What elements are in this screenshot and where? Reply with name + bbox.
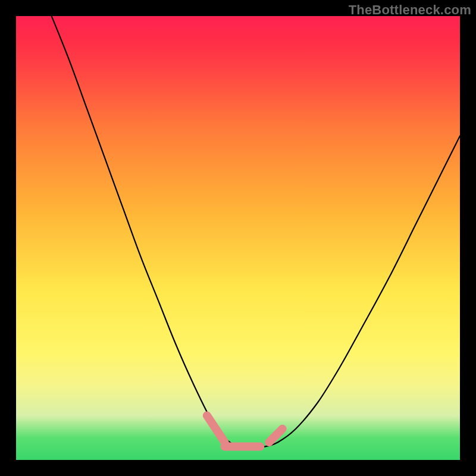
plateau-markers (207, 415, 283, 446)
bottleneck-plot (16, 16, 460, 460)
chart-area (16, 16, 460, 460)
marker-plateau-left (207, 415, 225, 442)
bottleneck-curve (52, 16, 460, 447)
watermark-text: TheBottleneck.com (349, 2, 471, 18)
